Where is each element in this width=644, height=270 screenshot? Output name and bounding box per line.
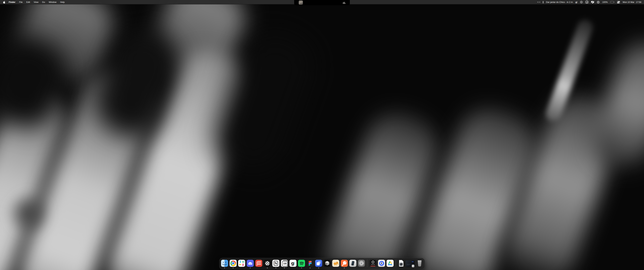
running-indicator <box>318 268 319 268</box>
calendar-event-item[interactable]: Dar jantar do Chico · in 2 m <box>546 1 573 3</box>
apple-logo-icon <box>3 1 5 4</box>
running-indicator <box>276 268 276 268</box>
dock-app-finder[interactable] <box>221 260 228 267</box>
apple-menu[interactable] <box>2 0 7 4</box>
running-indicator <box>250 268 250 268</box>
menu-item-window[interactable]: Window <box>47 0 58 4</box>
menu-bar-status-area: Dar jantar do Chico · in 2 m g <box>537 0 641 4</box>
postico-elephant-icon <box>332 260 339 267</box>
grammarly-menubar-icon[interactable]: g <box>576 0 577 4</box>
blue-windows-icon <box>315 260 322 267</box>
dock-separator <box>367 259 367 267</box>
clock-time: 17:58 <box>636 1 641 3</box>
running-indicator <box>267 268 268 268</box>
dock-app-notion-calendar[interactable]: 10 <box>281 260 288 267</box>
running-indicator <box>344 268 345 268</box>
linear-icon <box>264 260 271 267</box>
menu-bar-left: Finder File Edit View Go Window Help <box>2 0 66 4</box>
notion-calendar-icon: 10 <box>281 260 288 267</box>
menu-item-view[interactable]: View <box>32 0 40 4</box>
dock-app-notion[interactable]: N <box>272 260 280 267</box>
minimized-window-app-badge: 10 <box>412 265 414 267</box>
menu-item-go[interactable]: Go <box>40 0 47 4</box>
raycast-diamond <box>372 260 374 263</box>
discord-icon <box>247 260 254 267</box>
control-center-icon[interactable] <box>617 0 620 4</box>
spline-3d-cube-icon <box>324 260 331 267</box>
overflow-menu-icon[interactable] <box>537 0 540 4</box>
dock-minimized-window[interactable]: 10 <box>406 260 415 267</box>
figma-icon <box>306 260 314 267</box>
dock-app-screen-studio[interactable] <box>315 260 322 267</box>
menubar-clock[interactable]: Mon 10 Mar 17:58 <box>623 1 641 3</box>
battery-icon[interactable] <box>610 1 614 3</box>
grammarly-icon: g <box>290 260 296 267</box>
menu-item-file[interactable]: File <box>17 0 24 4</box>
running-indicator <box>310 268 310 268</box>
spotify-icon <box>298 260 305 267</box>
calendar-date: 10 <box>283 262 286 265</box>
display-mirroring-icon[interactable] <box>591 0 594 4</box>
notch-music-widget[interactable] <box>294 0 350 5</box>
menu-item-edit[interactable]: Edit <box>24 0 32 4</box>
dock-app-figma[interactable] <box>306 260 314 267</box>
dock-trash[interactable] <box>416 260 423 267</box>
onepassword-menubar-icon[interactable] <box>597 0 600 4</box>
finder-icon <box>221 260 228 267</box>
dock-app-google-drive[interactable] <box>386 260 394 267</box>
calendar-front-page: 10 <box>282 261 288 266</box>
pick-shape-icon[interactable] <box>586 0 588 4</box>
dock-app-todoist[interactable] <box>255 260 262 267</box>
sunburst-icon[interactable] <box>580 0 583 4</box>
notion-icon: N <box>272 260 280 267</box>
menu-item-help[interactable]: Help <box>58 0 66 4</box>
dock-app-discord[interactable] <box>247 260 254 267</box>
onepassword-app-icon <box>378 260 385 267</box>
dock-separator <box>396 259 396 267</box>
running-indicator <box>224 268 225 268</box>
raycast-label: raycast <box>370 264 376 265</box>
running-indicator <box>284 268 285 268</box>
audio-visualizer-icon <box>343 2 345 4</box>
google-drive-icon <box>386 260 394 267</box>
iphone-mirroring-icon <box>349 260 356 267</box>
dock-app-spotify[interactable] <box>298 260 305 267</box>
dock-app-chrome[interactable] <box>230 260 237 267</box>
dock: N 10 g <box>219 258 425 269</box>
dock-app-system-settings[interactable] <box>358 260 365 267</box>
settings-gear-icon <box>358 260 365 267</box>
battery-percentage: 100% <box>602 1 608 3</box>
clock-date: Mon 10 Mar <box>623 1 634 3</box>
dock-app-1password[interactable] <box>378 260 385 267</box>
dock-app-postico[interactable] <box>332 260 339 267</box>
dock-app-grammarly[interactable]: g <box>290 260 296 267</box>
dock-app-iphone-mirroring[interactable] <box>349 260 356 267</box>
dock-app-slack[interactable] <box>238 260 245 267</box>
trash-bin-icon <box>416 260 423 267</box>
minimized-window-thumbnail: 10 <box>406 260 415 267</box>
slack-icon <box>238 260 245 267</box>
dock-app-linear[interactable] <box>264 260 271 267</box>
dock-app-raycast[interactable]: raycast <box>370 260 376 267</box>
dock-app-postman[interactable] <box>341 260 348 267</box>
desktop: Finder File Edit View Go Window Help Dar… <box>0 0 644 270</box>
document-file-icon <box>398 260 404 267</box>
dock-app-spline[interactable] <box>324 260 331 267</box>
wallpaper <box>0 0 644 270</box>
postman-icon <box>341 260 348 267</box>
chrome-icon <box>230 260 237 267</box>
running-indicator <box>233 268 234 268</box>
album-art-thumbnail[interactable] <box>299 1 303 5</box>
running-indicator <box>301 268 302 268</box>
menubar-divider-icon[interactable] <box>543 0 544 4</box>
dock-document-file[interactable] <box>398 260 404 267</box>
todoist-icon <box>255 260 262 267</box>
menu-item-finder[interactable]: Finder <box>7 0 17 4</box>
raycast-icon: raycast <box>370 260 376 267</box>
notion-letter: N <box>272 260 280 267</box>
